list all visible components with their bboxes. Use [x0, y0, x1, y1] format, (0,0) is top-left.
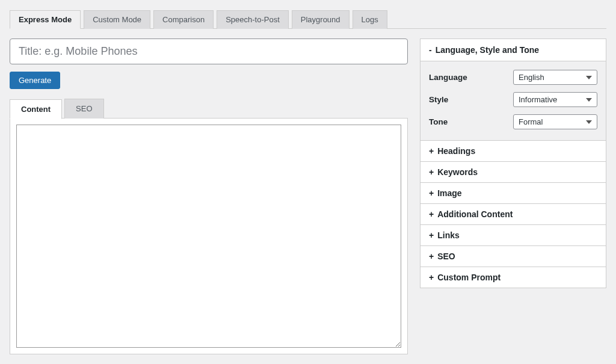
- panel-image[interactable]: + Image: [420, 183, 606, 204]
- plus-icon: +: [429, 146, 434, 156]
- label-style: Style: [429, 95, 513, 104]
- generate-button[interactable]: Generate: [10, 72, 60, 89]
- panel-label: Custom Prompt: [437, 273, 500, 282]
- select-language[interactable]: English: [513, 70, 597, 85]
- panel-seo[interactable]: + SEO: [420, 246, 606, 267]
- settings-panel: - Language, Style and Tone Language Engl…: [420, 39, 606, 288]
- plus-icon: +: [429, 273, 434, 282]
- panel-label: SEO: [437, 251, 455, 261]
- panel-headings[interactable]: + Headings: [420, 141, 606, 162]
- panel-custom-prompt[interactable]: + Custom Prompt: [420, 267, 606, 288]
- plus-icon: +: [429, 209, 434, 219]
- subtab-seo[interactable]: SEO: [64, 99, 103, 119]
- panel-links[interactable]: + Links: [420, 225, 606, 246]
- label-tone: Tone: [429, 117, 513, 126]
- sub-tabs: Content SEO: [10, 99, 408, 119]
- tab-speech-to-post[interactable]: Speech-to-Post: [217, 10, 289, 29]
- tab-comparison[interactable]: Comparison: [153, 10, 214, 29]
- panel-body-language: Language English Style Informative Tone: [420, 61, 606, 141]
- title-input[interactable]: [10, 39, 408, 64]
- plus-icon: +: [429, 188, 434, 198]
- select-tone[interactable]: Formal: [513, 114, 597, 129]
- tab-logs[interactable]: Logs: [353, 10, 387, 29]
- panel-title: Language, Style and Tone: [436, 45, 539, 55]
- plus-icon: +: [429, 230, 434, 240]
- panel-label: Additional Content: [437, 209, 513, 219]
- select-style[interactable]: Informative: [513, 92, 597, 107]
- top-tabs: Express Mode Custom Mode Comparison Spee…: [10, 10, 606, 29]
- panel-keywords[interactable]: + Keywords: [420, 162, 606, 183]
- tab-custom-mode[interactable]: Custom Mode: [84, 10, 150, 29]
- content-textarea[interactable]: [16, 125, 401, 348]
- panel-label: Keywords: [437, 167, 478, 177]
- panel-label: Image: [437, 188, 461, 198]
- panel-language-style-tone[interactable]: - Language, Style and Tone: [420, 39, 606, 61]
- minus-icon: -: [429, 45, 432, 55]
- tab-playground[interactable]: Playground: [292, 10, 350, 29]
- tab-express-mode[interactable]: Express Mode: [10, 10, 81, 29]
- panel-label: Headings: [437, 146, 475, 156]
- plus-icon: +: [429, 167, 434, 177]
- plus-icon: +: [429, 251, 434, 261]
- subtab-content[interactable]: Content: [10, 99, 62, 119]
- content-panel: [10, 118, 408, 354]
- panel-additional-content[interactable]: + Additional Content: [420, 204, 606, 225]
- label-language: Language: [429, 73, 513, 82]
- panel-label: Links: [437, 230, 460, 240]
